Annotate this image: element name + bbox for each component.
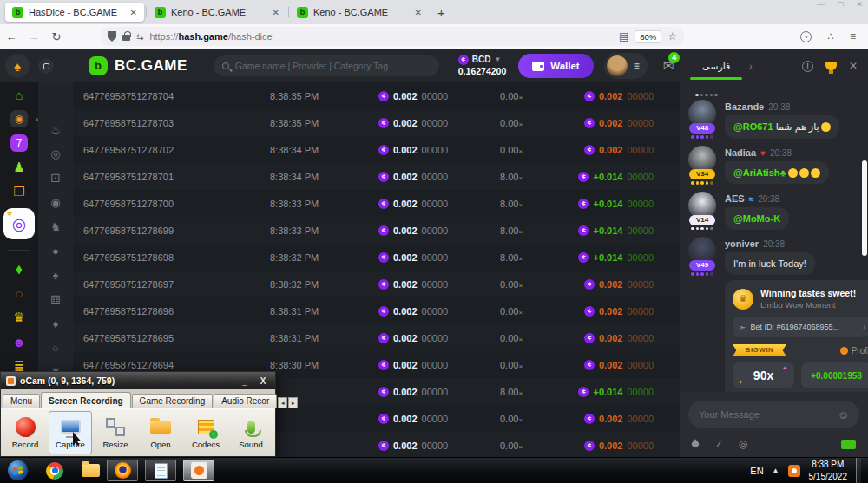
rain-icon[interactable] — [690, 439, 700, 448]
bcgame-logo-text[interactable]: BC.GAME — [115, 57, 187, 75]
sidebar-game-icon-10[interactable]: ○ — [38, 336, 73, 360]
taskbar-firefox-button[interactable] — [107, 460, 138, 481]
table-row[interactable]: 647769587512787048:38:35 PM¢0.002000000.… — [73, 82, 680, 109]
ocam-open-button[interactable]: Open — [139, 411, 182, 454]
sidebar-collapse-button[interactable] — [38, 58, 54, 74]
trophy-icon[interactable] — [825, 62, 837, 70]
sidebar-item-casino[interactable]: ◉› — [0, 107, 38, 131]
sidebar-item-crown[interactable]: ♛ — [0, 305, 38, 330]
taskbar-clock[interactable]: 8:38 PM 5/15/2022 — [809, 459, 848, 482]
url-bar[interactable]: ⇆ https://hash.game/hash-dice ▤ 80% ☆ — [101, 27, 684, 46]
table-row[interactable]: 647769587512787038:38:35 PM¢0.002000000.… — [73, 109, 680, 136]
ocam-tab-menu[interactable]: Menu — [3, 394, 40, 408]
tracking-shield-icon[interactable] — [108, 31, 116, 42]
chat-bubble[interactable]: @RO671 باز هم شما — [725, 115, 839, 139]
zoom-level-badge[interactable]: 80% — [635, 30, 661, 43]
chat-bubble[interactable]: I'm in luck Today! — [725, 252, 815, 275]
win-moment-card[interactable]: ♛Winning tastes sweet!Limbo Wow Moment➣B… — [725, 280, 868, 392]
chat-rules-info-icon[interactable]: ! — [802, 61, 813, 72]
table-row[interactable]: 647769587512786958:38:31 PM¢0.002000000.… — [73, 324, 680, 351]
ocam-minimize-button[interactable]: _ — [238, 376, 252, 386]
minimize-icon[interactable]: — — [817, 0, 825, 6]
ocam-titlebar[interactable]: oCam (0, 9, 1364, 759) _ X — [1, 372, 275, 389]
sidebar-game-icon-4[interactable]: ◉ — [38, 190, 73, 214]
tray-expand-icon[interactable]: ▲ — [773, 467, 779, 474]
chat-mention[interactable]: @AriAtish♣ — [733, 167, 786, 178]
sidebar-game-icon-7[interactable]: ♠ — [38, 263, 73, 287]
table-row[interactable]: 647769587512787008:38:33 PM¢0.002000008.… — [73, 190, 680, 217]
ocam-codecs-button[interactable]: Codecs — [184, 411, 227, 454]
game-search-input[interactable]: Game name | Provider | Category Tag — [214, 55, 439, 76]
ocam-tab-scroll-right-icon[interactable]: ▸ — [288, 397, 298, 408]
sidebar-item-home[interactable]: ⌂ — [0, 82, 38, 107]
chat-commands-icon[interactable]: ∕ — [718, 439, 720, 449]
chat-mention[interactable]: @RO671 — [733, 121, 773, 132]
ocam-close-button[interactable]: X — [256, 376, 270, 386]
ocam-tab-game-recording[interactable]: Game Recording — [132, 394, 214, 408]
sidebar-item-shopping[interactable]: ❒ — [0, 179, 38, 204]
taskbar-chrome-icon[interactable] — [46, 462, 63, 480]
browser-tab[interactable]: bKeno - BC.GAME✕ — [290, 3, 429, 22]
language-indicator[interactable]: EN — [750, 466, 763, 476]
ocam-tab-audio-recor[interactable]: Audio Recor — [214, 394, 277, 408]
tab-close-icon[interactable]: ✕ — [130, 8, 137, 17]
emoji-picker-icon[interactable]: ☺ — [838, 408, 849, 421]
taskbar-ocam-button[interactable] — [183, 460, 214, 481]
chat-bubble[interactable]: @MoMo-K — [725, 207, 789, 230]
url-text[interactable]: https://hash.game/hash-dice — [149, 31, 612, 42]
ocam-resize-button[interactable]: Resize — [94, 411, 137, 454]
chat-expand-chevron-icon[interactable]: › — [749, 62, 752, 71]
chat-username[interactable]: yoniver — [725, 238, 759, 249]
table-row[interactable]: 647769587512787028:38:34 PM¢0.002000000.… — [73, 136, 680, 163]
table-row[interactable]: 647769587512786968:38:31 PM¢0.002000000.… — [73, 297, 680, 324]
sidebar-game-icon-3[interactable]: ⚀ — [38, 166, 73, 190]
sidebar-game-icon-2[interactable]: ◎ — [38, 141, 73, 166]
inbox-button[interactable]: ✉ 4 — [663, 58, 674, 74]
menu-hamburger-icon[interactable]: ≡ — [850, 30, 856, 42]
close-icon[interactable]: ✕ — [856, 0, 863, 6]
permissions-icon[interactable]: ⇆ — [136, 32, 143, 42]
sidebar-game-icon-1[interactable]: ♨ — [38, 117, 73, 141]
ocam-tab-scroll-left-icon[interactable]: ◂ — [278, 397, 287, 408]
coin-flip-icon[interactable]: ◎ — [739, 438, 747, 450]
ocam-tab-screen-recording[interactable]: Screen Recording — [41, 392, 131, 408]
bet-id-pill[interactable]: ➣Bet ID: #619674058955...› — [733, 317, 868, 337]
ocam-capture-button[interactable]: Capture — [49, 411, 92, 454]
chat-username[interactable]: Nadiaa — [725, 147, 756, 158]
chat-username[interactable]: Bazande — [725, 101, 764, 112]
chat-language-tab[interactable]: فارسی — [695, 61, 737, 72]
page-scrollbar[interactable] — [862, 160, 867, 256]
profile-menu[interactable]: ≡ — [604, 53, 648, 79]
chat-bubble[interactable]: @AriAtish♣ — [725, 161, 829, 184]
sidebar-game-icon-9[interactable]: ♦ — [38, 311, 73, 336]
sidebar-item-sports[interactable]: ♟ — [0, 155, 38, 179]
start-button[interactable] — [8, 460, 28, 480]
table-row[interactable]: 647769587512786998:38:33 PM¢0.002000008.… — [73, 217, 680, 244]
forward-button[interactable]: → — [23, 30, 45, 43]
table-row[interactable]: 647769587512787018:38:34 PM¢0.002000008.… — [73, 163, 680, 190]
window-controls[interactable]: — ▢ ✕ — [817, 0, 863, 6]
table-row[interactable]: 647769587512786988:38:32 PM¢0.002000008.… — [73, 244, 680, 271]
table-row[interactable]: 647769587512786978:38:32 PM¢0.002000000.… — [73, 271, 680, 297]
tab-close-icon[interactable]: ✕ — [273, 8, 279, 17]
chat-message-input[interactable]: Your Message ☺ — [688, 401, 859, 428]
sidebar-game-icon-8[interactable]: ⚅ — [38, 287, 73, 311]
chat-close-icon[interactable]: ✕ — [849, 60, 858, 72]
sidebar-item-ticket[interactable]: ⬧ — [0, 257, 38, 281]
bookmark-star-icon[interactable]: ☆ — [667, 30, 677, 42]
tray-ocam-icon[interactable] — [788, 465, 800, 477]
maximize-icon[interactable]: ▢ — [837, 0, 845, 6]
chat-username[interactable]: AES — [725, 193, 745, 204]
reader-mode-icon[interactable]: ▤ — [619, 30, 628, 42]
taskbar-notepad-button[interactable] — [145, 460, 176, 481]
ocam-sound-button[interactable]: Sound — [229, 411, 273, 454]
pocket-icon[interactable]: ⌄ — [800, 31, 812, 42]
browser-tab[interactable]: bKeno - BC.GAME✕ — [148, 3, 286, 22]
lock-icon[interactable] — [122, 35, 130, 41]
tab-close-icon[interactable]: ✕ — [415, 8, 422, 17]
chat-mention[interactable]: @MoMo-K — [733, 213, 780, 224]
back-button[interactable]: ← — [0, 30, 23, 43]
ocam-record-button[interactable]: Record — [3, 411, 47, 454]
show-desktop-button[interactable] — [856, 458, 861, 483]
spade-logo-icon[interactable]: ♠ — [5, 54, 30, 78]
